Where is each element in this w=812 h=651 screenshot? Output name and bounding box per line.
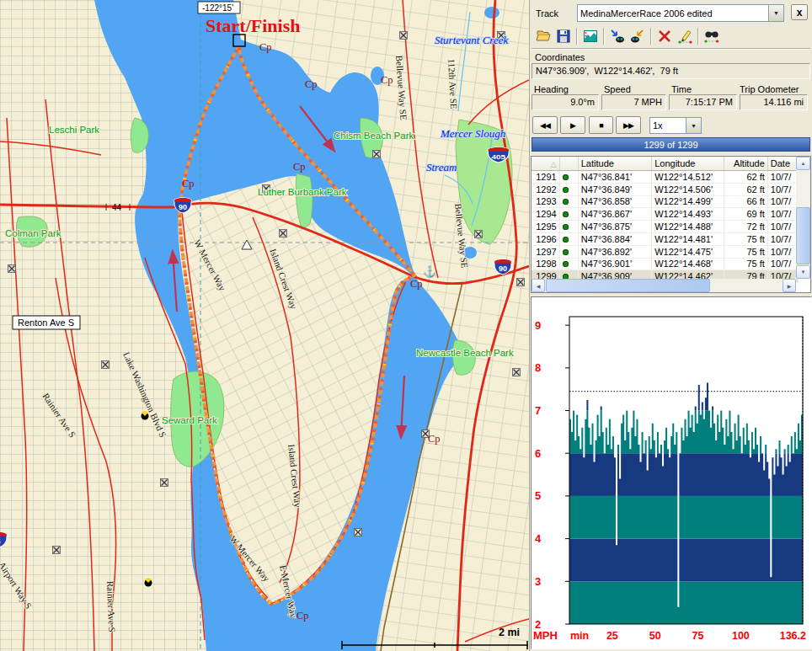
renton-ave-boxed-label: Renton Ave S (13, 316, 80, 329)
toolbar-separator (697, 28, 699, 45)
playback-progress-bar[interactable]: 1299 of 1299 (532, 137, 810, 152)
table-row[interactable]: 1293N47°36.858'W122°14.499'66 ft10/7/ (532, 195, 799, 208)
table-row[interactable]: 1291N47°36.841'W122°14.512'62 ft10/7/ (532, 171, 799, 184)
goto-next-point-button[interactable] (607, 27, 628, 45)
latitude-column-header[interactable]: Latitude (578, 157, 651, 171)
time-value: 7:15:17 PM (669, 94, 737, 110)
svg-text:75: 75 (692, 630, 704, 642)
arrow-down-icon: ▼ (801, 269, 806, 275)
playback-speed-dropdown-button[interactable]: ▼ (686, 118, 701, 133)
chism-beach-park-label: Chism Beach Park (334, 131, 414, 141)
delete-point-button[interactable] (654, 27, 675, 45)
stream-label: Stream (426, 161, 457, 173)
cp-label: Cp (293, 161, 306, 173)
binoculars-icon (703, 28, 720, 45)
table-row[interactable]: 1296N47°36.884'W122°14.481'75 ft10/7/ (532, 232, 799, 245)
playback-speed-selector[interactable]: 1x ▼ (649, 117, 702, 134)
next-point-arrow-icon (609, 28, 626, 45)
heading-label: Heading (534, 84, 569, 94)
coordinates-label: Coordinates (535, 52, 585, 62)
svg-text:9: 9 (535, 319, 541, 332)
trackpoint-grid: △ Latitude Longitude Altitude Date 1291N… (532, 157, 799, 283)
table-row[interactable]: 1292N47°36.849'W122°14.506'62 ft10/7/ (532, 183, 799, 195)
svg-text:50: 50 (649, 630, 661, 642)
svg-text:3: 3 (535, 575, 541, 588)
table-row[interactable]: 1294N47°36.867'W122°14.493'69 ft10/7/ (532, 208, 799, 221)
marker-column-header[interactable] (559, 157, 578, 171)
coordinates-value: N47°36.909', W122°14.462', 79 ft (532, 63, 810, 79)
open-file-button[interactable] (533, 27, 553, 45)
leschi-park-label: Leschi Park (49, 125, 99, 135)
svg-text:136.2: 136.2 (780, 630, 806, 642)
toolbar-separator (576, 28, 578, 45)
fast-forward-button[interactable]: ▶▶ (616, 116, 641, 134)
scroll-up-button[interactable]: ▲ (796, 157, 810, 170)
altitude-column-header[interactable]: Altitude (724, 157, 767, 171)
trackpoint-marker-icon (563, 187, 569, 193)
scroll-down-button[interactable]: ▼ (796, 265, 810, 279)
trackpoint-table: △ Latitude Longitude Altitude Date 1291N… (531, 156, 811, 293)
luther-burbank-park-label: Luther Burbank Park (258, 187, 347, 197)
rewind-button[interactable]: ◀◀ (532, 116, 558, 134)
svg-text:5: 5 (0, 537, 1, 546)
table-row[interactable]: 1298N47°36.901'W122°14.468'75 ft10/7/ (532, 258, 799, 270)
play-button[interactable]: ▶ (560, 116, 585, 134)
speed-profile-chart: 23456789MPHmin255075100136.2 (531, 296, 812, 649)
newcastle-beach-park-label: Newcastle Beach Park (416, 348, 514, 358)
svg-text:7: 7 (535, 404, 541, 417)
odometer-value: 14.116 mi (740, 94, 808, 110)
delete-x-icon (656, 28, 673, 45)
scroll-left-button[interactable]: ◀ (532, 279, 545, 292)
table-row[interactable]: 1297N47°36.892'W122°14.475'75 ft10/7/ (532, 245, 799, 258)
show-profile-button[interactable] (580, 27, 601, 45)
cp-label: Cp (428, 433, 441, 445)
speed-label: Speed (604, 84, 631, 94)
table-row[interactable]: 1295N47°36.875'W122°14.488'72 ft10/7/ (532, 221, 799, 233)
sturtevant-creek-label: Sturtevant Creek (435, 34, 508, 46)
toolbar-separator (650, 28, 652, 45)
map-pane[interactable]: 44 ⚓ (0, 0, 529, 651)
svg-text:MPH: MPH (533, 629, 558, 642)
cp-label: Cp (259, 41, 272, 53)
close-panel-button[interactable]: x (791, 4, 808, 20)
find-point-button[interactable] (702, 27, 722, 45)
horizontal-scroll-thumb[interactable] (546, 279, 710, 292)
horizontal-scrollbar[interactable]: ◀ ▶ (532, 279, 796, 292)
track-panel: Track MedinaMercerRace 2006 edited ▼ x (529, 0, 812, 651)
save-file-button[interactable] (553, 27, 574, 45)
colman-park-label: Colman Park (5, 228, 61, 238)
svg-text:Renton Ave S: Renton Ave S (18, 317, 74, 328)
trackpoint-marker-icon (563, 199, 569, 205)
goto-previous-point-button[interactable] (628, 27, 648, 45)
chevron-down-icon: ▼ (773, 10, 779, 16)
map-svg[interactable]: 44 ⚓ (0, 0, 529, 651)
date-column-header[interactable]: Date (767, 157, 798, 171)
arrow-left-icon: ◀ (537, 283, 541, 289)
scroll-right-button[interactable]: ▶ (783, 279, 796, 292)
svg-text:8: 8 (535, 361, 541, 374)
svg-text:-122°15': -122°15' (202, 3, 233, 13)
vertical-scroll-thumb[interactable] (796, 207, 810, 264)
svg-text:100: 100 (732, 630, 750, 642)
open-folder-icon (535, 28, 552, 45)
scale-label: 2 mi (499, 627, 520, 638)
track-selector[interactable]: MedinaMercerRace 2006 edited ▼ (577, 4, 784, 22)
cp-label: Cp (182, 178, 195, 189)
trackpoint-marker-icon (563, 249, 569, 255)
track-selector-dropdown-button[interactable]: ▼ (768, 5, 783, 21)
arrow-right-icon: ▶ (788, 283, 792, 289)
separator (532, 48, 810, 50)
sort-column-header[interactable]: △ (532, 157, 559, 171)
arrow-up-icon: ▲ (801, 161, 806, 166)
edit-track-button[interactable] (675, 27, 695, 45)
longitude-column-header[interactable]: Longitude (652, 157, 724, 171)
stop-button[interactable]: ■ (589, 116, 613, 134)
close-icon: x (797, 7, 803, 19)
cp-label: Cp (305, 78, 318, 90)
svg-text:405: 405 (491, 153, 505, 161)
vertical-scrollbar[interactable]: ▲ ▼ (796, 157, 810, 279)
playback-speed-value: 1x (650, 119, 686, 132)
play-icon: ▶ (570, 121, 575, 130)
exit-44-label: 44 (112, 203, 122, 212)
chevron-down-icon: ▼ (691, 123, 697, 129)
